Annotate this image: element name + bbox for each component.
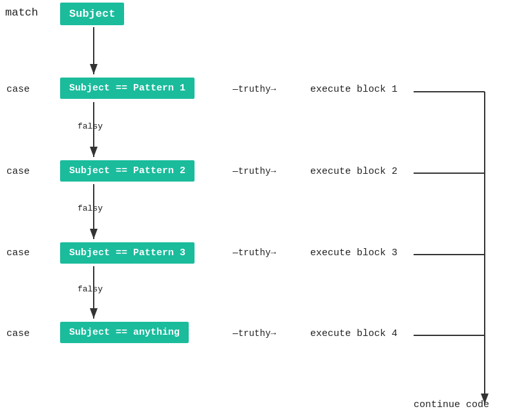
falsy-label-3: falsy — [78, 284, 103, 294]
case-label-1: case — [6, 84, 30, 95]
truthy-label-2: —truthy→ — [233, 166, 276, 176]
case-label-2: case — [6, 166, 30, 177]
execute-label-4: execute block 4 — [310, 328, 397, 339]
case3-box: Subject == Pattern 3 — [60, 242, 195, 264]
case2-box: Subject == Pattern 2 — [60, 160, 195, 182]
execute-label-3: execute block 3 — [310, 247, 397, 258]
case4-box: Subject == anything — [60, 322, 189, 343]
match-label: match — [5, 6, 38, 19]
subject-box: Subject — [60, 3, 124, 25]
truthy-label-3: —truthy→ — [233, 247, 276, 258]
falsy-label-2: falsy — [78, 204, 103, 213]
diagram: match Subject case Subject == Pattern 1 … — [0, 0, 517, 420]
truthy-label-4: —truthy→ — [233, 328, 276, 339]
case-label-4: case — [6, 328, 30, 339]
continue-label: continue code — [414, 399, 489, 410]
falsy-label-1: falsy — [78, 121, 103, 131]
execute-label-2: execute block 2 — [310, 166, 397, 177]
case1-box: Subject == Pattern 1 — [60, 78, 195, 99]
truthy-label-1: —truthy→ — [233, 84, 276, 94]
execute-label-1: execute block 1 — [310, 84, 397, 95]
case-label-3: case — [6, 247, 30, 258]
